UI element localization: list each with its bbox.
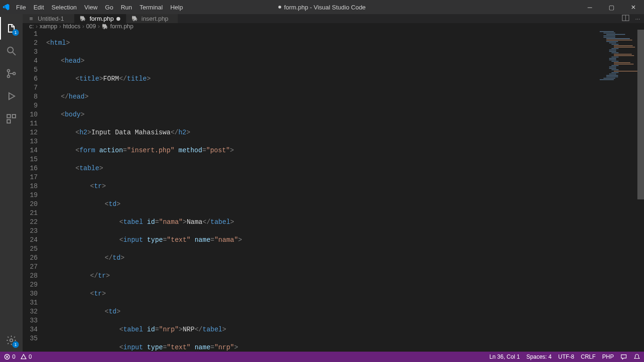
tabs-bar: ≡ Untitled-1 🐘 form.php 🐘 insert.php ···	[23, 14, 644, 23]
chevron-right-icon: ›	[36, 23, 38, 30]
vertical-scrollbar[interactable]	[637, 30, 644, 362]
php-icon: 🐘	[79, 15, 87, 23]
breadcrumb-item[interactable]: 009	[86, 23, 96, 30]
chevron-right-icon: ›	[98, 23, 99, 30]
title-text: form.php - Visual Studio Code	[284, 4, 365, 11]
line-numbers: 12345 678910 1112131415 1617181920 21222…	[23, 30, 46, 362]
dirty-dot-icon	[278, 6, 281, 8]
breadcrumb-item[interactable]: htdocs	[63, 23, 81, 30]
file-icon: ≡	[27, 15, 35, 23]
chevron-right-icon: ›	[82, 23, 84, 30]
extensions-icon[interactable]	[0, 107, 23, 130]
tab-label: insert.php	[141, 15, 168, 22]
settings-icon[interactable]: 1	[0, 329, 23, 352]
dirty-indicator-icon	[116, 17, 120, 21]
menu-selection[interactable]: Selection	[48, 0, 80, 14]
explorer-badge: 1	[12, 29, 19, 36]
tab-label: form.php	[90, 15, 114, 22]
explorer-icon[interactable]: 1	[0, 17, 23, 40]
menu-edit[interactable]: Edit	[30, 0, 48, 14]
activity-bar: 1 1	[0, 14, 23, 352]
editor-area: ≡ Untitled-1 🐘 form.php 🐘 insert.php ···…	[23, 14, 644, 352]
breadcrumb-item[interactable]: c:	[29, 23, 34, 30]
php-icon: 🐘	[102, 24, 108, 30]
tab-label: Untitled-1	[38, 15, 64, 22]
split-editor-icon[interactable]	[622, 14, 629, 23]
tab-untitled-1[interactable]: ≡ Untitled-1	[23, 14, 74, 23]
window-title: form.php - Visual Studio Code	[278, 4, 365, 11]
svg-rect-7	[7, 120, 10, 123]
tab-insert-php[interactable]: 🐘 insert.php	[126, 14, 178, 23]
svg-rect-5	[7, 115, 10, 118]
status-errors[interactable]: 0	[4, 354, 16, 360]
tab-form-php[interactable]: 🐘 form.php	[74, 14, 126, 23]
window-controls: ─ ▢ ✕	[579, 0, 644, 14]
maximize-button[interactable]: ▢	[601, 0, 622, 14]
minimize-button[interactable]: ─	[579, 0, 601, 14]
php-icon: 🐘	[131, 15, 139, 23]
source-control-icon[interactable]	[0, 62, 23, 85]
minimap[interactable]	[600, 31, 637, 135]
breadcrumb-item[interactable]: xampp	[40, 23, 58, 30]
close-button[interactable]: ✕	[622, 0, 644, 14]
settings-badge: 1	[12, 341, 19, 348]
svg-line-1	[13, 52, 16, 55]
run-debug-icon[interactable]	[0, 85, 23, 107]
scrollbar-thumb[interactable]	[637, 30, 644, 199]
editor-body[interactable]: 12345 678910 1112131415 1617181920 21222…	[23, 30, 644, 362]
svg-point-2	[8, 70, 10, 72]
svg-point-0	[8, 47, 13, 53]
menu-terminal[interactable]: Terminal	[136, 0, 166, 14]
svg-rect-6	[12, 115, 16, 118]
svg-point-4	[13, 73, 16, 75]
search-icon[interactable]	[0, 40, 23, 62]
menu-help[interactable]: Help	[166, 0, 187, 14]
chevron-right-icon: ›	[59, 23, 61, 30]
breadcrumb-item[interactable]: 🐘form.php	[102, 23, 133, 30]
breadcrumbs[interactable]: c: › xampp › htdocs › 009 › 🐘form.php	[23, 23, 644, 30]
more-actions-icon[interactable]: ···	[635, 15, 640, 22]
menu-file[interactable]: File	[12, 0, 30, 14]
svg-point-8	[10, 339, 13, 342]
svg-point-3	[8, 75, 10, 78]
menu-go[interactable]: Go	[101, 0, 117, 14]
menu-view[interactable]: View	[81, 0, 101, 14]
menu-bar: File Edit Selection View Go Run Terminal…	[12, 0, 187, 14]
vscode-logo-icon	[0, 0, 12, 14]
title-bar: File Edit Selection View Go Run Terminal…	[0, 0, 644, 14]
code-content[interactable]: <html> <head> <title>FORM</title> </head…	[46, 30, 644, 362]
menu-run[interactable]: Run	[117, 0, 136, 14]
